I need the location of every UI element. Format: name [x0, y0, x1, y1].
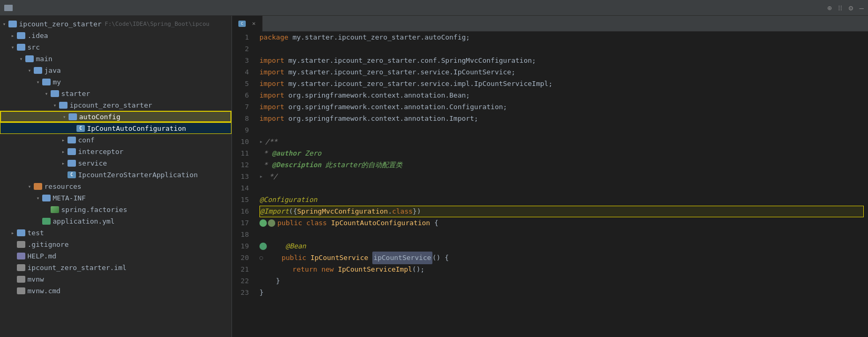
tree-item-label: spring.factories [61, 206, 127, 214]
sidebar-item-resources[interactable]: resources [0, 180, 232, 192]
sidebar-item-ipcount_zero_starter.iml[interactable]: ipcount_zero_starter.iml [0, 262, 232, 273]
code-line-18 [259, 229, 864, 240]
code-line-14 [259, 182, 864, 194]
tree-arrow[interactable] [0, 21, 8, 27]
sidebar-item-mvnw.cmd[interactable]: mvnw.cmd [0, 285, 232, 296]
tree-item-label: interceptor [78, 148, 123, 156]
sidebar-item-interceptor[interactable]: interceptor [0, 146, 232, 157]
sidebar-item-IpcountZeroStarterApplication[interactable]: CIpcountZeroStarterApplication [0, 169, 232, 180]
sidebar-item-service[interactable]: service [0, 157, 232, 169]
file-icon-folder-resources [34, 183, 42, 190]
settings-icon[interactable]: ⚙ [848, 4, 853, 12]
fold-marker[interactable]: ▸ [259, 171, 263, 182]
tree-arrow[interactable] [8, 230, 17, 236]
tree-arrow[interactable] [59, 137, 67, 143]
tree-arrow[interactable] [60, 114, 69, 120]
tree-arrow[interactable] [8, 33, 17, 38]
scope-icon[interactable]: ⊕ [827, 4, 832, 12]
layout-icon[interactable]: ⁝⁝ [838, 4, 842, 12]
tab-IpCountAutoConfiguration[interactable]: C ✕ [232, 16, 263, 32]
sidebar-item-idea[interactable]: .idea [0, 30, 232, 41]
sidebar-item-autoConfig[interactable]: autoConfig [0, 111, 232, 122]
tree-item-label: service [78, 159, 107, 167]
sidebar-item-HELP.md[interactable]: HELP.md [0, 250, 232, 262]
file-icon-md [17, 253, 25, 259]
tree-arrow[interactable] [59, 160, 67, 166]
line-number-18: 18 [236, 229, 249, 240]
sidebar-item-ipcount_zero_starter2[interactable]: ipcount_zero_starter [0, 99, 232, 111]
file-icon-folder [69, 113, 77, 120]
tree-arrow[interactable] [25, 68, 34, 73]
sidebar-item-.gitignore[interactable]: .gitignore [0, 238, 232, 250]
editor-tabs: C ✕ [232, 16, 868, 32]
sidebar-item-META-INF[interactable]: META-INF [0, 192, 232, 204]
tree-item-label: IpcountZeroStarterApplication [78, 171, 198, 179]
tree-arrow[interactable] [51, 102, 59, 108]
tree-arrow[interactable] [42, 91, 51, 97]
sidebar-item-application.yml[interactable]: application.yml [0, 215, 232, 227]
tree-item-label: resources [44, 182, 81, 190]
file-icon-yml [42, 218, 51, 225]
code-line-15: @Configuration [259, 194, 864, 206]
sidebar-item-java[interactable]: java [0, 64, 232, 76]
tree-item-label: java [44, 66, 61, 74]
code-line-10: ▸/** [259, 136, 864, 148]
debug-icon[interactable] [268, 219, 275, 227]
line-number-6: 6 [236, 90, 249, 101]
tree-item-label: test [27, 229, 44, 237]
run-icon[interactable] [259, 219, 267, 227]
minimize-icon[interactable]: — [860, 4, 864, 12]
code-line-3: import my.starter.ipcount_zero_starter.c… [259, 55, 864, 66]
bean-icon[interactable] [259, 243, 267, 250]
sidebar-item-starter[interactable]: starter [0, 88, 232, 99]
code-line-6: import org.springframework.context.annot… [259, 90, 864, 101]
file-icon-folder [67, 137, 76, 143]
tree-arrow[interactable] [17, 56, 25, 62]
sidebar-item-conf[interactable]: conf [0, 134, 232, 146]
file-icon-folder [59, 102, 67, 109]
line-number-21: 21 [236, 264, 249, 275]
line-number-22: 22 [236, 275, 249, 287]
sidebar-item-spring.factories[interactable]: spring.factories [0, 204, 232, 215]
line-number-1: 1 [236, 32, 249, 43]
sidebar-item-my[interactable]: my [0, 76, 232, 88]
code-area[interactable]: 1234567891011121314151617181920212223 pa… [232, 32, 868, 337]
line-number-2: 2 [236, 43, 249, 55]
fold-marker2[interactable]: ○ [259, 252, 263, 264]
fold-marker[interactable]: ▸ [259, 136, 263, 148]
tree-item-path: F:\Code\IDEA\Spring_Boot\ipcou [105, 21, 210, 27]
tree-arrow[interactable] [34, 79, 42, 85]
tree-item-label: IpCountAutoConfiguration [87, 124, 186, 132]
tree-arrow[interactable] [8, 44, 17, 50]
code-line-1: package my.starter.ipcount_zero_starter.… [259, 32, 864, 43]
sidebar-item-src[interactable]: src [0, 41, 232, 53]
code-line-9 [259, 124, 864, 136]
code-line-20: ○ public IpCountService ipCountService()… [259, 252, 864, 264]
file-icon-folder [42, 79, 51, 85]
tree-arrow[interactable] [34, 195, 42, 201]
file-icon-folder [42, 195, 51, 201]
line-number-8: 8 [236, 113, 249, 124]
line-number-23: 23 [236, 287, 249, 299]
code-line-11: * @author Zero [259, 148, 864, 159]
sidebar-item-ipcount_zero_starter[interactable]: ipcount_zero_starterF:\Code\IDEA\Spring_… [0, 18, 232, 30]
tab-java-icon: C [238, 21, 246, 27]
code-line-16: @Import({SpringMvcConfiguration.class}) [259, 206, 864, 217]
sidebar-item-mvnw[interactable]: mvnw [0, 273, 232, 285]
sidebar-item-main[interactable]: main [0, 53, 232, 64]
sidebar: ipcount_zero_starterF:\Code\IDEA\Spring_… [0, 16, 232, 337]
tree-item-label: ipcount_zero_starter [19, 20, 102, 28]
file-icon-folder [25, 55, 34, 62]
file-icon-java: C [67, 171, 76, 178]
tree-arrow[interactable] [59, 149, 67, 155]
file-icon-spring [51, 206, 59, 213]
file-icon-file [17, 287, 25, 294]
tree-item-label: main [36, 55, 52, 63]
sidebar-item-test[interactable]: test [0, 227, 232, 238]
sidebar-item-IpCountAutoConfiguration[interactable]: CIpCountAutoConfiguration [0, 122, 232, 134]
line-number-12: 12 [236, 159, 249, 171]
editor: C ✕ 123456789101112131415161718192021222… [232, 16, 868, 337]
tab-close-button[interactable]: ✕ [252, 20, 256, 27]
tree-item-label: mvnw.cmd [27, 287, 61, 295]
tree-arrow[interactable] [25, 184, 34, 189]
